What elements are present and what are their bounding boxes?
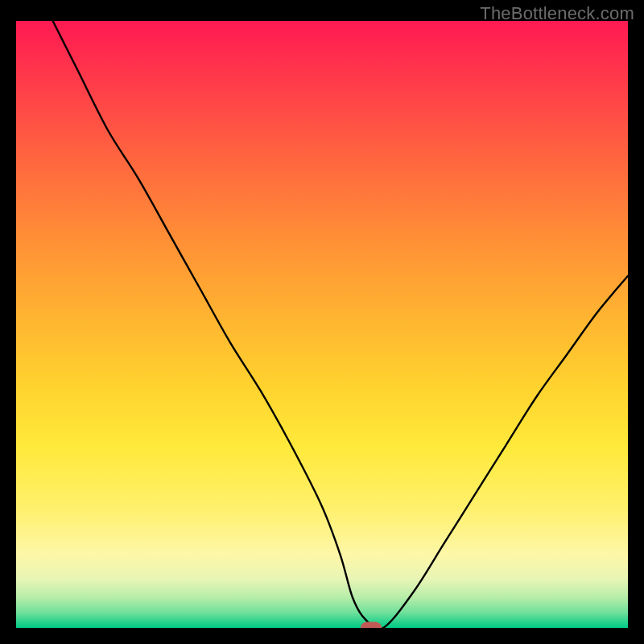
chart-frame: TheBottleneck.com: [0, 0, 644, 644]
minimum-marker: [361, 622, 382, 629]
watermark-text: TheBottleneck.com: [480, 3, 634, 24]
plot-area: [16, 21, 628, 628]
bottleneck-curve: [16, 21, 628, 628]
